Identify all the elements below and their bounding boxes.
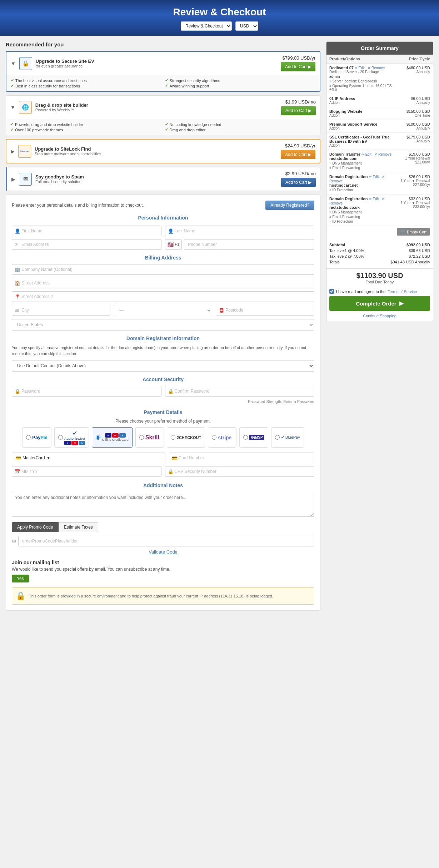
item-name-domreg1: Domain Registration ✏ Edit ✕ Remove <box>329 175 395 183</box>
country-field: United States <box>12 319 314 330</box>
stripe-radio[interactable] <box>212 435 216 440</box>
promo-input[interactable] <box>18 536 314 546</box>
toggle-weebly[interactable]: ▼ <box>10 105 15 110</box>
add-cart-weebly[interactable]: Add to Cart ▶ <box>281 106 316 115</box>
card-number-field: 💳 <box>169 453 315 463</box>
item-subtitle: Dedicated Server - 20 Package <box>329 70 395 74</box>
terms-of-service-link[interactable]: Terms of Service <box>388 289 417 294</box>
validate-code-btn[interactable]: Validate Code <box>149 549 178 555</box>
password-field: 🔒 <box>12 386 161 397</box>
last-name-input[interactable] <box>165 226 315 236</box>
addon-feature-ev-2: ✔ Strongest security algorithms <box>165 78 316 83</box>
person-icon: 👤 <box>15 228 20 234</box>
domain-default-select[interactable]: Use Default Contact (Details Above) <box>12 360 314 372</box>
promo-input-row: ✉ <box>12 536 314 546</box>
2checkout-radio[interactable] <box>171 435 175 440</box>
name-row: 👤 👤 <box>12 226 314 236</box>
city-input[interactable] <box>12 305 110 316</box>
tax1-label: Tax level1 @ 4.00% <box>329 248 364 253</box>
mailing-list-title: Join our mailing list <box>12 560 314 565</box>
account-security-title: Account Security <box>12 377 314 382</box>
addon-header-spam[interactable]: ▶ ✉ Say goodbye to Spam Full email secur… <box>7 167 320 191</box>
card-number-input[interactable] <box>169 453 315 463</box>
terms-checkbox[interactable] <box>329 289 334 294</box>
confirm-password-input[interactable] <box>165 386 315 397</box>
addon-header-sitelock[interactable]: ▶ ⚙SiteLock Upgrade to SiteLock Find Sto… <box>6 140 320 163</box>
state-field: — <box>114 305 213 316</box>
already-registered-btn[interactable]: Already Registered? <box>265 201 314 210</box>
item-actions-transfer[interactable]: ✏ Edit ✕ Remove <box>361 152 391 156</box>
toggle-spam[interactable]: ▶ <box>11 176 15 182</box>
nav-select[interactable]: Review & Checkout <box>181 21 232 31</box>
addon-header-weebly[interactable]: ▼ 🌐 Drag & drop site builder Powered by … <box>6 96 320 119</box>
payment-method-offline-cc[interactable]: V M A Offline Credit Card <box>92 427 132 448</box>
domain-name-domreg1: hostingcart.net <box>329 183 395 187</box>
domain-name-transfer: ractstudio.com <box>329 156 395 161</box>
phone-country-select[interactable]: 🇺🇸 +1 <box>165 239 182 250</box>
paypal-radio[interactable] <box>26 435 31 440</box>
add-cart-sitelock[interactable]: Add to Cart ▶ <box>281 150 315 159</box>
cvv-input[interactable] <box>165 466 315 477</box>
addon-info-ev: Upgrade to Secure Site EV for even great… <box>36 59 277 68</box>
phone-row: 🇺🇸 +1 <box>165 239 315 250</box>
phone-input[interactable] <box>184 239 314 250</box>
main-container: Recommended for you ▼ 🔒 Upgrade to Secur… <box>0 36 439 621</box>
state-select[interactable]: — <box>114 305 213 316</box>
empty-cart-row: 🛒 Empty Cart <box>326 226 433 238</box>
addon-header-ev[interactable]: ▼ 🔒 Upgrade to Secure Site EV for even g… <box>6 52 320 75</box>
postcode-input[interactable] <box>216 305 314 316</box>
promo-tab-promo[interactable]: Apply Promo Code <box>12 522 59 532</box>
payment-details-title: Payment Details <box>12 409 314 415</box>
card-type-select[interactable]: 💳 MasterCard ▼ <box>12 453 165 463</box>
skrill-radio[interactable] <box>139 435 144 440</box>
promo-tab-taxes[interactable]: Estimate Taxes <box>59 522 98 532</box>
password-input[interactable] <box>12 386 161 397</box>
page-header: Review & Checkout Review & Checkout USD <box>0 0 439 36</box>
promo-tabs: Apply Promo Code Estimate Taxes <box>12 522 314 532</box>
item-name-domreg2: Domain Registration ✏ Edit ✕ Remove <box>329 197 395 205</box>
personal-info-section: Please enter your personal details and b… <box>6 195 320 611</box>
add-cart-ev[interactable]: Add to Cart ▶ <box>281 62 315 71</box>
totals-label: Totals <box>329 260 340 264</box>
addon-info-sitelock: Upgrade to SiteLock Find Stop more malwa… <box>35 146 277 156</box>
addon-name-ev: Upgrade to Secure Site EV <box>36 59 277 64</box>
company-input[interactable] <box>12 264 314 275</box>
payment-method-2checkout[interactable]: 2CHECKOUT <box>167 427 205 448</box>
expiry-input[interactable] <box>12 466 161 477</box>
payment-subtitle: Please choose your preferred method of p… <box>12 419 314 424</box>
skrill-logo: Skrill <box>145 434 159 441</box>
payment-method-bluepay[interactable]: ✔ BluePay <box>271 427 304 448</box>
cart-icon: 🛒 <box>400 229 405 234</box>
bluepay-radio[interactable] <box>275 435 280 440</box>
addon-price-sitelock: $24.99 USD/yr <box>281 143 315 148</box>
country-select[interactable]: United States <box>12 319 314 330</box>
addon-info-spam: Say goodbye to Spam Full email security … <box>35 174 278 184</box>
email-input[interactable] <box>12 239 161 250</box>
add-cart-spam[interactable]: Add to Cart ▶ <box>281 178 316 187</box>
toggle-ev[interactable]: ▼ <box>11 61 16 66</box>
payment-method-paypal[interactable]: PayPal <box>22 427 51 448</box>
empty-cart-btn[interactable]: 🛒 Empty Cart <box>397 228 430 236</box>
item-actions-dedicated[interactable]: ✏ Edit ✕ Remove <box>355 66 385 70</box>
offline-cc-logo: V M A Offline Credit Card <box>102 433 128 441</box>
street-input[interactable] <box>12 278 314 288</box>
street2-input[interactable] <box>12 291 314 302</box>
payment-method-authorize[interactable]: ✔ Authorize.Net V M A <box>54 427 89 448</box>
currency-select[interactable]: USD <box>235 21 258 31</box>
additional-notes-textarea[interactable] <box>12 492 314 517</box>
offline-cc-radio[interactable] <box>96 435 100 440</box>
payment-method-imsp[interactable]: ⚙iMSP <box>239 427 268 448</box>
mailing-yes-btn[interactable]: Yes <box>12 575 29 582</box>
authorize-radio[interactable] <box>58 435 63 440</box>
complete-order-btn[interactable]: Complete Order ▶ <box>329 296 430 311</box>
payment-method-stripe[interactable]: stripe <box>208 427 236 448</box>
password-row: 🔒 🔒 <box>12 386 314 397</box>
payment-method-skrill[interactable]: Skrill <box>135 427 164 448</box>
toggle-sitelock[interactable]: ▶ <box>11 148 15 154</box>
domain-default-row: Use Default Contact (Details Above) <box>12 360 314 372</box>
lock-icon-pw: 🔒 <box>15 389 20 394</box>
imsp-radio[interactable] <box>243 435 248 440</box>
street2-row: 📍 <box>12 291 314 302</box>
continue-shopping-link[interactable]: Continue Shopping <box>326 314 433 321</box>
first-name-input[interactable] <box>12 226 161 236</box>
